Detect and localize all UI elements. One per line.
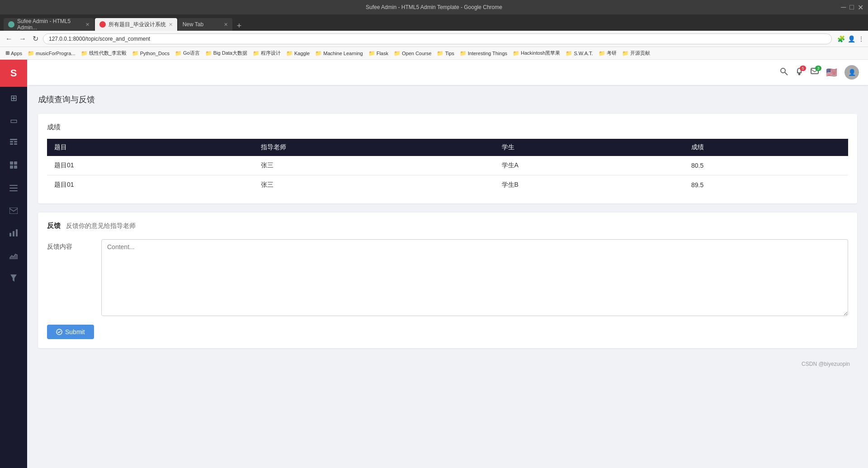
svg-rect-7 [10, 165, 13, 169]
app-wrapper: S ⊞ ▭ [0, 60, 868, 468]
folder-icon-swat: 📁 [566, 50, 572, 57]
col-header-score: 成绩 [684, 139, 848, 156]
cell-teacher: 张三 [254, 175, 494, 195]
search-button[interactable] [780, 67, 788, 78]
maximize-icon[interactable]: □ [849, 3, 854, 12]
tab-active[interactable]: 所有题目_毕业设计系统 ✕ [95, 18, 177, 31]
tab-close-sufee[interactable]: ✕ [85, 22, 90, 28]
address-input[interactable]: 127.0.0.1:8000/topic/score_and_comment [43, 33, 832, 44]
back-button[interactable]: ← [4, 34, 14, 44]
page-title: 成绩查询与反馈 [38, 94, 857, 105]
feedback-header: 反馈 反馈你的意见给指导老师 [47, 222, 848, 230]
bm-kaggle-label: Kaggle [294, 51, 310, 56]
window-controls[interactable]: ─ □ ✕ [841, 3, 863, 12]
sidebar-item-chart-area[interactable] [0, 245, 27, 268]
dashboard-icon: ⊞ [10, 93, 17, 103]
sidebar-item-dashboard[interactable]: ⊞ [0, 87, 27, 109]
menu-icon[interactable]: ⋮ [858, 35, 864, 43]
submit-label: Submit [65, 328, 85, 336]
svg-rect-12 [9, 208, 18, 214]
bm-apps[interactable]: ⊞ Apps [4, 49, 24, 57]
tab-close-active[interactable]: ✕ [169, 22, 173, 28]
sidebar-item-list[interactable] [0, 177, 27, 200]
bm-flask[interactable]: 📁 Flask [367, 49, 390, 57]
sidebar-logo[interactable]: S [0, 60, 27, 87]
bm-swat-label: S.W.A.T. [574, 51, 593, 56]
bm-interesting[interactable]: 📁 Interesting Things [458, 49, 509, 57]
bm-music[interactable]: 📁 musicForProgra... [26, 49, 77, 57]
folder-icon-prog: 📁 [253, 50, 259, 57]
tab-label-active: 所有题目_毕业设计系统 [108, 21, 166, 28]
content-textarea[interactable] [101, 239, 848, 316]
new-tab-button[interactable]: + [233, 21, 245, 31]
bm-ml[interactable]: 📁 Machine Learning [313, 49, 364, 57]
cell-score: 80.5 [684, 156, 848, 175]
sidebar-item-monitor[interactable]: ▭ [0, 109, 27, 132]
svg-marker-16 [10, 274, 17, 282]
bm-hackintosh-label: Hackintosh黑苹果 [521, 50, 560, 57]
tab-close-newtab[interactable]: ✕ [224, 22, 228, 28]
sidebar-item-table[interactable] [0, 132, 27, 155]
col-header-teacher: 指导老师 [254, 139, 494, 156]
messages-button[interactable]: 3 [811, 67, 819, 78]
bm-opencourse[interactable]: 📁 Open Course [392, 49, 433, 57]
address-text: 127.0.0.1:8000/topic/score_and_comment [49, 36, 150, 42]
forward-button[interactable]: → [17, 34, 28, 44]
folder-icon-go: 📁 [175, 50, 182, 57]
svg-rect-8 [14, 165, 17, 169]
reload-button[interactable]: ↻ [31, 33, 40, 44]
bm-bigdata-label: Big Data大数据 [213, 50, 247, 57]
svg-rect-15 [16, 229, 18, 236]
messages-badge: 3 [815, 66, 821, 71]
folder-icon-kaggle: 📁 [286, 50, 293, 57]
tab-newtab[interactable]: New Tab ✕ [178, 18, 232, 31]
folder-icon-opensource: 📁 [622, 50, 629, 57]
sidebar-item-chart-bar[interactable] [0, 222, 27, 245]
minimize-icon[interactable]: ─ [841, 3, 846, 12]
bm-linear[interactable]: 📁 线性代数_李宏毅 [79, 49, 128, 57]
tab-label-newtab: New Tab [183, 21, 203, 28]
bm-opensource[interactable]: 📁 开源贡献 [620, 49, 652, 57]
profile-icon[interactable]: 👤 [848, 35, 855, 43]
browser-tabs: Sufee Admin - HTML5 Admin... ✕ 所有题目_毕业设计… [0, 14, 868, 31]
bm-opensource-label: 开源贡献 [630, 50, 650, 57]
close-icon[interactable]: ✕ [858, 3, 863, 12]
submit-button[interactable]: Submit [47, 325, 94, 339]
bm-apps-label: Apps [11, 51, 22, 56]
table-row: 题目01 张三 学生A 80.5 [47, 156, 848, 175]
sidebar-item-grid[interactable] [0, 155, 27, 177]
scores-card: 成绩 题目 指导老师 学生 成绩 题目01 张三 学生A 80.5 [38, 114, 857, 203]
bm-python[interactable]: 📁 Python_Docs [130, 49, 171, 57]
tab-icon-sufee [8, 21, 14, 28]
feedback-title: 反馈 [47, 222, 61, 230]
score-table: 题目 指导老师 学生 成绩 题目01 张三 学生A 80.5 题目01 张三 学… [47, 139, 848, 194]
bm-go[interactable]: 📁 Go语言 [173, 49, 202, 57]
tab-icon-active [99, 21, 106, 28]
svg-rect-11 [9, 190, 18, 191]
bm-hackintosh[interactable]: 📁 Hackintosh黑苹果 [511, 49, 562, 57]
folder-icon-flask: 📁 [368, 50, 375, 57]
sidebar-item-filter[interactable] [0, 268, 27, 290]
notifications-badge: 5 [800, 66, 806, 71]
svg-point-20 [799, 73, 800, 75]
bm-swat[interactable]: 📁 S.W.A.T. [564, 49, 594, 57]
bm-tips[interactable]: 📁 Tips [435, 49, 456, 57]
notifications-button[interactable]: 5 [795, 67, 803, 78]
bm-study-label: 考研 [607, 50, 617, 57]
sidebar-item-mail[interactable] [0, 200, 27, 222]
bm-kaggle[interactable]: 📁 Kaggle [284, 49, 311, 57]
language-flag[interactable]: 🇺🇸 [826, 67, 837, 78]
bm-bigdata[interactable]: 📁 Big Data大数据 [203, 49, 249, 57]
folder-icon-music: 📁 [28, 50, 34, 57]
svg-rect-10 [9, 188, 18, 189]
content-label: 反馈内容 [47, 239, 101, 317]
svg-rect-2 [14, 141, 17, 142]
bm-prog[interactable]: 📁 程序设计 [251, 49, 283, 57]
bm-study[interactable]: 📁 考研 [597, 49, 618, 57]
svg-rect-1 [10, 141, 13, 142]
svg-point-17 [781, 68, 785, 73]
extensions-icon[interactable]: 🧩 [837, 35, 845, 43]
bm-python-label: Python_Docs [140, 51, 170, 56]
user-avatar[interactable]: 👤 [844, 65, 859, 80]
tab-sufee[interactable]: Sufee Admin - HTML5 Admin... ✕ [4, 18, 94, 31]
